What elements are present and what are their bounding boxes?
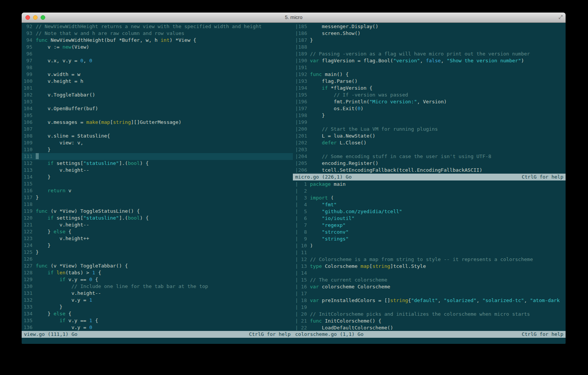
line-number: 186 [298,30,307,37]
line-number: 11 [298,249,307,256]
line-number: 123 [24,235,32,242]
pane-divider: | [295,249,298,256]
line-number: 102 [24,92,32,98]
code-token: int [161,37,169,43]
code-line: 122 } else { [22,228,293,235]
code-line: |195 // If -version was passed [293,92,566,98]
code-token: // Passing -version as a flag will have … [310,51,530,57]
title-bar[interactable]: 5. micro ⤢ [22,13,566,23]
code-line: |202 defer L.Close() [293,139,566,146]
code-line: 98 [22,64,293,71]
code-token: preInstalledColors = [] [319,297,390,303]
line-number: 108 [24,133,32,139]
code-line: 124 } [22,242,293,249]
pane-divider: | [295,256,298,263]
pane-divider: | [295,57,298,64]
code-token [310,209,322,214]
pane-divider: | [295,222,298,229]
code-token: *flagVersion { [328,85,372,91]
line-number: 118 [24,201,32,208]
line-number: 96 [24,51,32,57]
code-token: , [524,297,530,303]
line-number: 192 [298,71,307,78]
line-number: 130 [24,283,32,290]
code-line: |204 // Some encoding stuff in case the … [293,153,566,160]
code-line: 112 if settings["statusline"].(bool) { [22,160,293,167]
code-token: "statusline" [83,215,119,221]
code-token: v.height-- [36,222,89,228]
status-help-hint: CtrlG for help [522,331,563,338]
code-token: } [36,242,51,248]
code-token: encoding.Register() [310,160,378,166]
code-token: new [62,44,71,50]
code-line: 134 } else { [22,310,293,317]
line-number: 17 [298,290,307,297]
pane-divider: | [295,119,298,126]
code-line: 106 v.messages = make(map[string][]Gutte… [22,119,293,126]
line-number: 197 [298,105,307,112]
code-line: 114 } [22,174,293,180]
pane-divider: | [295,277,298,283]
line-number: 135 [24,317,32,324]
code-line: 104 v.OpenBuffer(buf) [22,105,293,112]
code-token: (tabs) > [65,270,92,275]
code-token: "Micro version:" [370,99,417,104]
code-line: 105 [22,112,293,119]
pane-divider: | [295,201,298,208]
code-line: |12// Colorscheme is a map from string t… [293,256,566,263]
code-line: |187} [293,37,566,44]
editor-pane-colorscheme-go[interactable]: |1package main|2|3import (|4 "fmt"|5 "gi… [293,180,566,332]
line-number: 206 [298,167,307,174]
pane-divider: | [295,208,298,215]
code-token: "version" [393,58,420,63]
code-token: v.width = w [36,71,80,77]
editor-pane-micro-go[interactable]: |185 messenger.Display()|186 screen.Show… [293,23,566,174]
code-token: // NewViewWidthHeight returns a new view… [36,24,262,29]
code-token: 1 [92,270,95,275]
code-token: { [408,297,411,303]
code-token: 0 [357,106,360,111]
line-number: 16 [298,283,307,290]
pane-divider: | [295,263,298,270]
code-token: if [47,215,54,221]
code-token: v.OpenBuffer(buf) [36,106,98,111]
line-number: 105 [24,112,32,119]
code-token: v.height = h [36,78,83,84]
code-line: 95 v := new(View) [22,44,293,51]
line-number: 107 [24,126,32,133]
code-token [310,229,322,235]
code-line: |200 // Start the Lua VM for running plu… [293,126,566,133]
code-token: "strconv" [322,229,348,235]
code-token [310,215,322,221]
line-number: 9 [298,236,307,242]
line-number: 200 [298,126,307,133]
code-token: // Note that w and h are raw column and … [36,30,184,36]
code-line: 121 v.height-- [22,222,293,228]
pane-divider: | [295,105,298,112]
pane-divider: | [295,23,298,30]
pane-divider: | [295,304,298,311]
code-token: tcell.SetEncodingFallback(tcell.Encoding… [310,167,482,173]
code-line: 127func (v *View) ToggleTabbar() { [22,263,293,269]
pane-divider: | [295,297,298,304]
status-file-position: colorscheme.go (1,1) Go [295,331,364,338]
line-number: 14 [298,270,307,277]
line-number: 136 [24,324,32,331]
code-line: 97 v.x, v.y = 0, 0 [22,57,293,64]
code-line: |13type Colorscheme map[string]tcell.Sty… [293,263,566,270]
line-number: 12 [298,256,307,263]
code-line: 119func (v *View) ToggleStatusLine() { [22,208,293,215]
pane-divider: | [295,195,298,201]
code-line: 129 if v.y == 0 { [22,276,293,283]
editor-pane-view-go[interactable]: 92// NewViewWidthHeight returns a new vi… [22,23,293,332]
line-number: 13 [298,263,307,270]
code-token: make [86,119,98,125]
line-number: 99 [24,71,32,78]
status-file-position: micro.go (226,1) Go [295,174,352,180]
line-number: 109 [24,139,32,146]
status-bar-colorscheme-go: colorscheme.go (1,1) Go CtrlG for help [293,331,566,338]
code-line: 126 [22,256,293,263]
code-token: } [310,37,313,43]
resize-icon[interactable]: ⤢ [559,14,563,20]
code-token: // Some encoding stuff in case the user … [310,153,491,159]
